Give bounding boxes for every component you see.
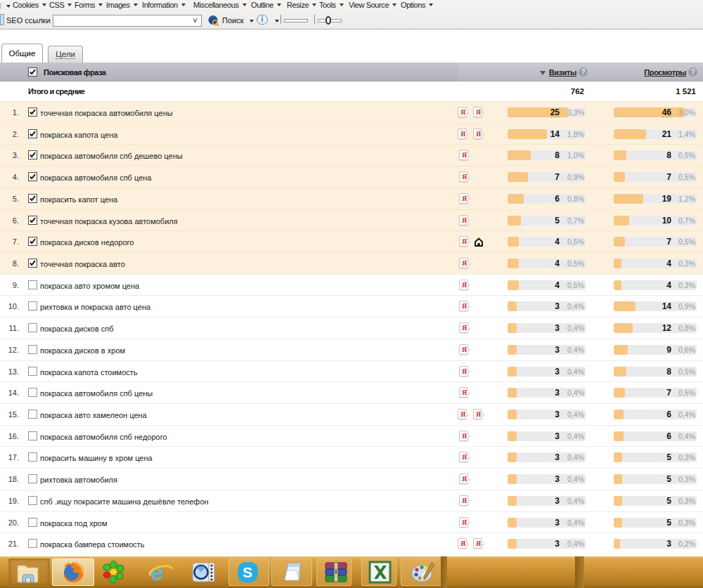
svg-text:S: S [243, 564, 252, 580]
svg-text:e: e [150, 560, 164, 584]
